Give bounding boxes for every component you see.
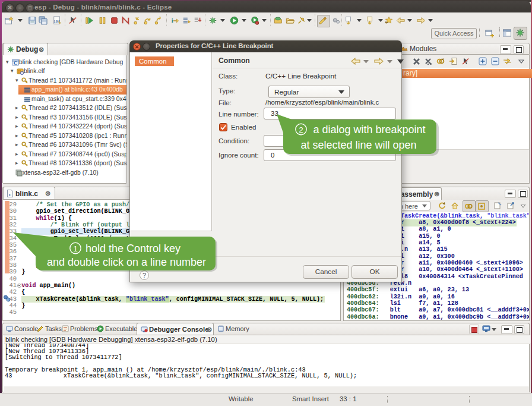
svg-text:i: i xyxy=(172,17,173,24)
svg-text:c: c xyxy=(9,191,11,197)
svg-text:C: C xyxy=(14,61,17,66)
